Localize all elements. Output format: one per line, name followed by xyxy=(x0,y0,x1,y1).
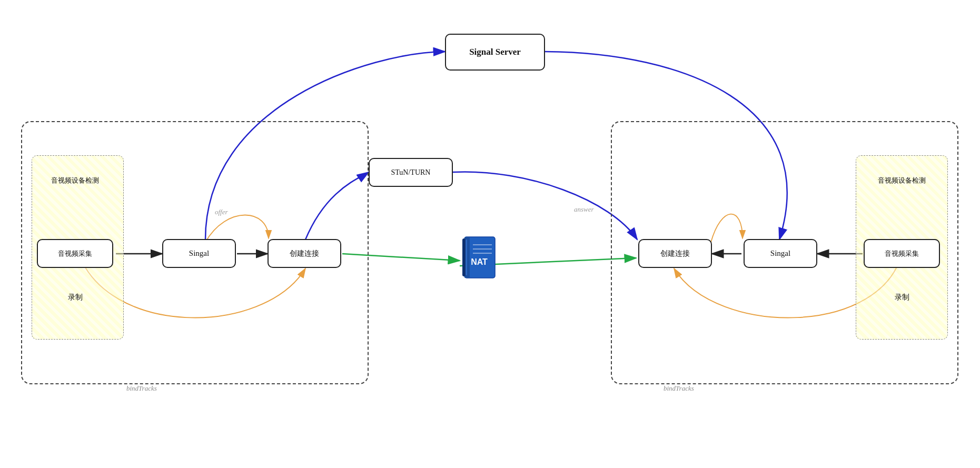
left-singal-box: Singal xyxy=(162,239,236,268)
bind-tracks-left-label: bindTracks xyxy=(126,384,157,393)
right-singal-box: Singal xyxy=(744,239,817,268)
left-singal-label: Singal xyxy=(189,249,209,258)
right-create-conn-label: 创建连接 xyxy=(660,249,690,258)
right-singal-label: Singal xyxy=(770,249,790,258)
left-record-label: 录制 xyxy=(68,293,83,302)
right-audio-device-box: 音视频设备检测 xyxy=(864,166,940,195)
left-create-conn-box: 创建连接 xyxy=(268,239,341,268)
left-audio-device-box: 音视频设备检测 xyxy=(37,166,113,195)
right-create-conn-box: 创建连接 xyxy=(638,239,712,268)
svg-rect-17 xyxy=(462,238,466,276)
left-audio-device-label: 音视频设备检测 xyxy=(51,176,99,185)
nat-book: NAT xyxy=(458,234,500,282)
right-audio-capture-box: 音视频采集 xyxy=(864,239,940,268)
left-create-conn-label: 创建连接 xyxy=(290,249,319,258)
right-audio-device-label: 音视频设备检测 xyxy=(878,176,926,185)
signal-server-box: Signal Server xyxy=(445,34,545,71)
right-record-label: 录制 xyxy=(895,293,909,302)
stun-turn-box: STuN/TURN xyxy=(369,158,453,187)
right-audio-capture-label: 音视频采集 xyxy=(885,249,919,258)
svg-rect-18 xyxy=(466,240,467,275)
offer-label: offer xyxy=(215,208,228,216)
right-record-box: 录制 xyxy=(864,287,940,308)
left-audio-capture-label: 音视频采集 xyxy=(58,249,92,258)
stun-turn-label: STuN/TURN xyxy=(391,168,431,177)
svg-text:NAT: NAT xyxy=(471,257,488,266)
left-audio-capture-box: 音视频采集 xyxy=(37,239,113,268)
answer-label: answer xyxy=(574,205,594,214)
bind-tracks-right-label: bindTracks xyxy=(664,384,694,393)
left-record-box: 录制 xyxy=(37,287,113,308)
diagram-container: Signal Server STuN/TURN NAT 音视频设备检测 音视频采… xyxy=(0,0,980,468)
signal-server-label: Signal Server xyxy=(469,47,521,57)
